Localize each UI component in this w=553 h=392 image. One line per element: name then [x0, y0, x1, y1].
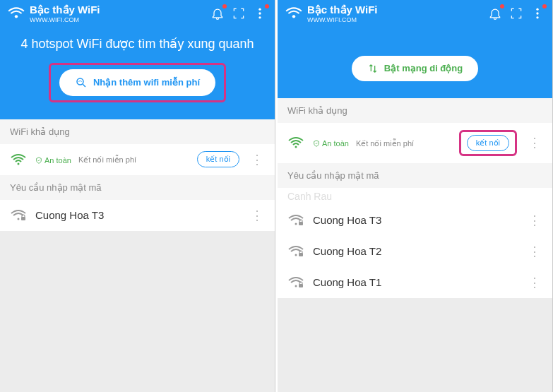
more-icon[interactable] [252, 6, 268, 21]
wifi-name: Cuong Hoa T1 [313, 276, 517, 288]
wifi-password-item[interactable]: Cuong Hoa T3 ⋮ [0, 200, 275, 231]
svg-point-10 [536, 13, 538, 15]
svg-point-2 [258, 13, 261, 15]
free-tag: Kết nối miễn phí [356, 139, 414, 148]
svg-point-11 [536, 16, 538, 18]
wifi-master-icon [285, 4, 303, 23]
wifi-master-icon [7, 4, 25, 23]
svg-point-12 [295, 146, 297, 148]
safe-tag: An toàn [313, 139, 349, 148]
scan-icon[interactable] [231, 6, 246, 21]
hero: 4 hotspot WiFi được tìm thấy xung quanh … [0, 28, 275, 119]
highlight-box: Nhận thêm wifi miễn phí [49, 63, 226, 102]
watermark: Canh Rau [278, 188, 552, 205]
svg-point-6 [18, 218, 20, 220]
item-more-icon[interactable]: ⋮ [525, 135, 542, 150]
topbar: Bậc thầy WiFi WWW.WIFI.COM [0, 0, 275, 28]
svg-point-0 [15, 15, 18, 18]
notification-dot [500, 4, 504, 8]
search-wifi-icon [75, 76, 88, 89]
svg-rect-7 [21, 217, 25, 220]
notification-dot [542, 4, 547, 8]
app-title: Bậc thầy WiFi [307, 4, 378, 16]
svg-point-8 [292, 15, 295, 18]
svg-point-17 [295, 285, 297, 287]
enable-mobile-data-button[interactable]: Bật mạng di động [352, 56, 478, 81]
bell-icon[interactable] [487, 6, 503, 21]
app-logo: Bậc thầy WiFi WWW.WIFI.COM [7, 4, 100, 23]
wifi-signal-icon [287, 134, 304, 151]
svg-point-13 [295, 222, 297, 225]
wifi-name: Cuong Hoa T3 [35, 209, 239, 221]
connect-button[interactable]: kết nối [467, 135, 509, 151]
hero-title: 4 hotspot WiFi được tìm thấy xung quanh [11, 36, 263, 52]
item-more-icon[interactable]: ⋮ [525, 275, 542, 290]
wifi-info: Cuong Hoa T3 [35, 209, 239, 221]
svg-point-1 [258, 8, 261, 11]
item-more-icon[interactable]: ⋮ [248, 152, 265, 167]
section-available-header: WiFi khả dụng [0, 119, 275, 144]
safe-tag: An toàn [35, 156, 71, 165]
wifi-name: Cuong Hoa T2 [313, 245, 517, 257]
app-title: Bậc thầy WiFi [30, 4, 100, 16]
wifi-info: An toàn Kết nối miễn phí [35, 154, 189, 165]
item-more-icon[interactable]: ⋮ [248, 208, 265, 223]
get-more-wifi-label: Nhận thêm wifi miễn phí [93, 77, 200, 88]
item-more-icon[interactable]: ⋮ [525, 244, 542, 259]
notification-dot [265, 4, 269, 8]
empty-area [278, 298, 552, 393]
svg-rect-18 [299, 284, 303, 287]
more-icon[interactable] [530, 6, 545, 21]
hero: Bật mạng di động [278, 28, 552, 98]
section-available-header: WiFi khả dụng [278, 98, 552, 123]
wifi-available-item[interactable]: An toàn Kết nối miễn phí kết nối ⋮ [0, 144, 275, 175]
svg-point-5 [18, 162, 20, 165]
screen-left: Bậc thầy WiFi WWW.WIFI.COM 4 hotspot WiF… [0, 0, 275, 392]
wifi-lock-icon [287, 243, 304, 260]
app-subtitle: WWW.WIFI.COM [30, 16, 100, 23]
wifi-name: Cuong Hoa T3 [313, 214, 517, 226]
wifi-signal-icon [10, 151, 27, 168]
svg-point-9 [536, 8, 538, 11]
wifi-info: An toàn Kết nối miễn phí [313, 138, 451, 148]
svg-rect-16 [299, 253, 303, 256]
wifi-lock-icon [10, 207, 27, 224]
item-more-icon[interactable]: ⋮ [525, 213, 542, 228]
wifi-lock-icon [287, 274, 304, 291]
screen-right: Bậc thầy WiFi WWW.WIFI.COM [278, 0, 553, 392]
wifi-password-item[interactable]: Cuong Hoa T1 ⋮ [278, 267, 552, 298]
wifi-password-item[interactable]: Cuong Hoa T2 ⋮ [278, 236, 552, 267]
svg-point-15 [295, 254, 297, 256]
svg-point-4 [77, 78, 83, 85]
header: Bậc thầy WiFi WWW.WIFI.COM 4 hotspot WiF… [0, 0, 275, 119]
up-down-arrows-icon [367, 63, 379, 74]
wifi-password-item[interactable]: Cuong Hoa T3 ⋮ [278, 205, 552, 236]
svg-point-3 [258, 16, 261, 18]
notification-dot [222, 4, 227, 8]
app-subtitle: WWW.WIFI.COM [307, 16, 378, 23]
section-password-header: Yêu cầu nhập mật mã [278, 163, 552, 188]
app-logo: Bậc thầy WiFi WWW.WIFI.COM [285, 4, 378, 23]
get-more-wifi-button[interactable]: Nhận thêm wifi miễn phí [59, 69, 215, 96]
topbar: Bậc thầy WiFi WWW.WIFI.COM [278, 0, 552, 28]
svg-rect-14 [299, 222, 303, 225]
connect-button[interactable]: kết nối [197, 151, 239, 167]
wifi-lock-icon [287, 212, 304, 229]
highlight-box: kết nối [459, 130, 517, 156]
empty-area [0, 231, 275, 393]
free-tag: Kết nối miễn phí [78, 155, 136, 165]
wifi-available-item[interactable]: An toàn Kết nối miễn phí kết nối ⋮ [278, 123, 552, 163]
section-password-header: Yêu cầu nhập mật mã [0, 175, 275, 200]
enable-mobile-data-label: Bật mạng di động [384, 63, 463, 73]
bell-icon[interactable] [210, 6, 225, 21]
header: Bậc thầy WiFi WWW.WIFI.COM [278, 0, 552, 98]
scan-icon[interactable] [509, 6, 524, 21]
